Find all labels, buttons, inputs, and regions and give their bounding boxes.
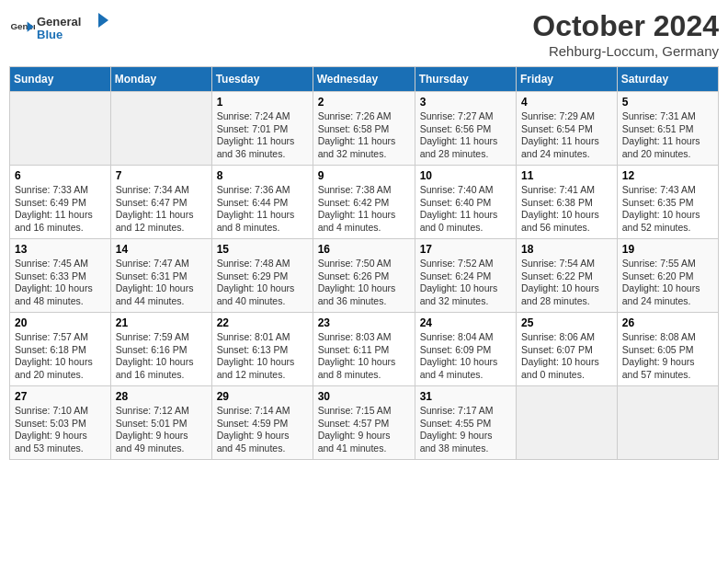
calendar-table: SundayMondayTuesdayWednesdayThursdayFrid… <box>9 66 719 460</box>
svg-text:General: General <box>37 15 81 29</box>
day-info: Sunrise: 7:15 AM Sunset: 4:57 PM Dayligh… <box>318 405 410 455</box>
calendar-cell: 20Sunrise: 7:57 AM Sunset: 6:18 PM Dayli… <box>10 313 111 386</box>
header-day-friday: Friday <box>517 67 618 92</box>
calendar-cell: 5Sunrise: 7:31 AM Sunset: 6:51 PM Daylig… <box>617 92 718 166</box>
day-number: 4 <box>521 96 612 109</box>
day-info: Sunrise: 7:54 AM Sunset: 6:22 PM Dayligh… <box>521 258 612 308</box>
day-info: Sunrise: 7:33 AM Sunset: 6:49 PM Dayligh… <box>15 184 106 235</box>
day-info: Sunrise: 7:55 AM Sunset: 6:20 PM Dayligh… <box>622 258 713 308</box>
calendar-cell: 6Sunrise: 7:33 AM Sunset: 6:49 PM Daylig… <box>10 166 111 239</box>
calendar-cell: 4Sunrise: 7:29 AM Sunset: 6:54 PM Daylig… <box>517 92 618 166</box>
day-number: 12 <box>622 169 713 182</box>
day-info: Sunrise: 8:06 AM Sunset: 6:07 PM Dayligh… <box>521 331 612 382</box>
day-number: 7 <box>116 169 207 182</box>
day-number: 19 <box>622 243 713 256</box>
header-day-saturday: Saturday <box>617 67 718 92</box>
calendar-cell <box>617 386 718 460</box>
calendar-week-3: 13Sunrise: 7:45 AM Sunset: 6:33 PM Dayli… <box>10 239 719 313</box>
location: Rehburg-Loccum, Germany <box>532 43 719 59</box>
day-info: Sunrise: 7:43 AM Sunset: 6:35 PM Dayligh… <box>622 184 713 235</box>
day-number: 10 <box>420 169 511 182</box>
day-number: 22 <box>217 316 308 329</box>
calendar-week-5: 27Sunrise: 7:10 AM Sunset: 5:03 PM Dayli… <box>10 386 719 460</box>
calendar-week-1: 1Sunrise: 7:24 AM Sunset: 7:01 PM Daylig… <box>10 92 719 166</box>
day-info: Sunrise: 7:27 AM Sunset: 6:56 PM Dayligh… <box>420 110 511 161</box>
page-header: General General Blue October 2024 Rehbur… <box>9 9 719 59</box>
calendar-cell: 2Sunrise: 7:26 AM Sunset: 6:58 PM Daylig… <box>313 92 415 166</box>
header-day-thursday: Thursday <box>415 67 516 92</box>
calendar-cell: 16Sunrise: 7:50 AM Sunset: 6:26 PM Dayli… <box>313 239 415 313</box>
calendar-cell: 22Sunrise: 8:01 AM Sunset: 6:13 PM Dayli… <box>211 313 313 386</box>
day-info: Sunrise: 8:01 AM Sunset: 6:13 PM Dayligh… <box>217 331 308 382</box>
day-number: 18 <box>521 243 612 256</box>
title-block: October 2024 Rehburg-Loccum, Germany <box>532 9 719 59</box>
day-info: Sunrise: 7:57 AM Sunset: 6:18 PM Dayligh… <box>15 331 106 382</box>
day-info: Sunrise: 7:52 AM Sunset: 6:24 PM Dayligh… <box>420 258 511 308</box>
day-info: Sunrise: 7:40 AM Sunset: 6:40 PM Dayligh… <box>420 184 511 235</box>
calendar-header-row: SundayMondayTuesdayWednesdayThursdayFrid… <box>10 67 719 92</box>
header-day-wednesday: Wednesday <box>313 67 415 92</box>
calendar-cell: 28Sunrise: 7:12 AM Sunset: 5:01 PM Dayli… <box>110 386 211 460</box>
calendar-cell: 9Sunrise: 7:38 AM Sunset: 6:42 PM Daylig… <box>313 166 415 239</box>
header-day-sunday: Sunday <box>10 67 111 92</box>
day-info: Sunrise: 7:41 AM Sunset: 6:38 PM Dayligh… <box>521 184 612 235</box>
day-info: Sunrise: 7:50 AM Sunset: 6:26 PM Dayligh… <box>318 258 410 308</box>
calendar-cell: 11Sunrise: 7:41 AM Sunset: 6:38 PM Dayli… <box>517 166 618 239</box>
day-number: 9 <box>318 169 410 182</box>
day-info: Sunrise: 7:59 AM Sunset: 6:16 PM Dayligh… <box>116 331 207 382</box>
calendar-cell: 3Sunrise: 7:27 AM Sunset: 6:56 PM Daylig… <box>415 92 516 166</box>
day-number: 3 <box>420 96 511 109</box>
calendar-cell: 25Sunrise: 8:06 AM Sunset: 6:07 PM Dayli… <box>517 313 618 386</box>
calendar-cell <box>110 92 211 166</box>
calendar-cell: 13Sunrise: 7:45 AM Sunset: 6:33 PM Dayli… <box>10 239 111 313</box>
day-number: 28 <box>116 390 207 403</box>
calendar-cell: 29Sunrise: 7:14 AM Sunset: 4:59 PM Dayli… <box>211 386 313 460</box>
day-number: 8 <box>217 169 308 182</box>
day-number: 13 <box>15 243 106 256</box>
calendar-cell: 31Sunrise: 7:17 AM Sunset: 4:55 PM Dayli… <box>415 386 516 460</box>
day-info: Sunrise: 7:29 AM Sunset: 6:54 PM Dayligh… <box>521 110 612 161</box>
day-info: Sunrise: 7:24 AM Sunset: 7:01 PM Dayligh… <box>217 110 308 161</box>
day-info: Sunrise: 7:48 AM Sunset: 6:29 PM Dayligh… <box>217 258 308 308</box>
calendar-cell: 24Sunrise: 8:04 AM Sunset: 6:09 PM Dayli… <box>415 313 516 386</box>
day-info: Sunrise: 8:04 AM Sunset: 6:09 PM Dayligh… <box>420 331 511 382</box>
day-number: 2 <box>318 96 410 109</box>
day-number: 15 <box>217 243 308 256</box>
day-info: Sunrise: 7:10 AM Sunset: 5:03 PM Dayligh… <box>15 405 106 455</box>
day-number: 23 <box>318 316 410 329</box>
calendar-cell: 15Sunrise: 7:48 AM Sunset: 6:29 PM Dayli… <box>211 239 313 313</box>
day-number: 1 <box>217 96 308 109</box>
calendar-cell: 19Sunrise: 7:55 AM Sunset: 6:20 PM Dayli… <box>617 239 718 313</box>
calendar-cell <box>517 386 618 460</box>
calendar-cell: 8Sunrise: 7:36 AM Sunset: 6:44 PM Daylig… <box>211 166 313 239</box>
calendar-cell: 23Sunrise: 8:03 AM Sunset: 6:11 PM Dayli… <box>313 313 415 386</box>
day-info: Sunrise: 7:17 AM Sunset: 4:55 PM Dayligh… <box>420 405 511 455</box>
day-info: Sunrise: 7:31 AM Sunset: 6:51 PM Dayligh… <box>622 110 713 161</box>
calendar-cell: 17Sunrise: 7:52 AM Sunset: 6:24 PM Dayli… <box>415 239 516 313</box>
calendar-cell: 1Sunrise: 7:24 AM Sunset: 7:01 PM Daylig… <box>211 92 313 166</box>
day-info: Sunrise: 7:45 AM Sunset: 6:33 PM Dayligh… <box>15 258 106 308</box>
day-info: Sunrise: 7:34 AM Sunset: 6:47 PM Dayligh… <box>116 184 207 235</box>
calendar-cell: 26Sunrise: 8:08 AM Sunset: 6:05 PM Dayli… <box>617 313 718 386</box>
day-info: Sunrise: 8:08 AM Sunset: 6:05 PM Dayligh… <box>622 331 713 382</box>
day-number: 21 <box>116 316 207 329</box>
calendar-week-4: 20Sunrise: 7:57 AM Sunset: 6:18 PM Dayli… <box>10 313 719 386</box>
day-number: 14 <box>116 243 207 256</box>
day-number: 25 <box>521 316 612 329</box>
header-day-tuesday: Tuesday <box>211 67 313 92</box>
day-number: 11 <box>521 169 612 182</box>
day-number: 6 <box>15 169 106 182</box>
day-info: Sunrise: 7:26 AM Sunset: 6:58 PM Dayligh… <box>318 110 410 161</box>
calendar-cell <box>10 92 111 166</box>
day-number: 24 <box>420 316 511 329</box>
svg-text:Blue: Blue <box>37 28 63 41</box>
calendar-week-2: 6Sunrise: 7:33 AM Sunset: 6:49 PM Daylig… <box>10 166 719 239</box>
calendar-cell: 21Sunrise: 7:59 AM Sunset: 6:16 PM Dayli… <box>110 313 211 386</box>
calendar-cell: 7Sunrise: 7:34 AM Sunset: 6:47 PM Daylig… <box>110 166 211 239</box>
logo: General General Blue <box>9 9 110 50</box>
header-day-monday: Monday <box>110 67 211 92</box>
calendar-cell: 14Sunrise: 7:47 AM Sunset: 6:31 PM Dayli… <box>110 239 211 313</box>
calendar-cell: 12Sunrise: 7:43 AM Sunset: 6:35 PM Dayli… <box>617 166 718 239</box>
logo-text: General Blue <box>37 9 110 50</box>
month-title: October 2024 <box>532 9 719 43</box>
